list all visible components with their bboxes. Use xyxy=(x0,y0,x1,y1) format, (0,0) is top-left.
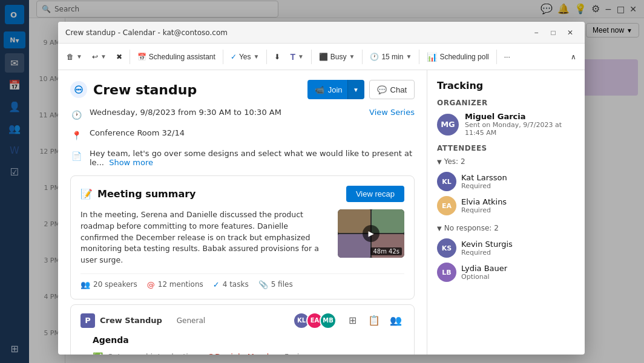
attendees-label: Attendees xyxy=(437,144,575,152)
duration-label: 15 min xyxy=(381,53,403,61)
view-series-link[interactable]: View Series xyxy=(369,108,415,117)
summary-body: In the meeting, Serena and Danielle disc… xyxy=(80,209,404,266)
channel-actions: ⊞ 📋 👥 xyxy=(344,312,404,329)
scheduling-poll-button[interactable]: 📊 Scheduling poll xyxy=(423,47,492,67)
organizer-info: Miguel Garcia Sent on Monday, 9/7/2023 a… xyxy=(465,112,575,137)
modal-close[interactable]: ✕ xyxy=(563,25,577,40)
tasks-stat: ✓ 4 tasks xyxy=(213,280,249,289)
collapse-icon: ∧ xyxy=(571,53,576,61)
event-location: Conference Room 32/14 xyxy=(90,128,415,137)
attendee-lydia-bauer: LB Lydia Bauer Optional xyxy=(437,260,575,284)
attendee-info-lydia: Lydia Bauer Optional xyxy=(461,264,507,281)
attendee-info-kat: Kat Larsson Required xyxy=(461,173,507,190)
event-actions: 📹 Join ▼ 💬 Chat xyxy=(307,80,415,99)
clock-icon: 🕐 xyxy=(370,53,379,61)
join-button[interactable]: 📹 Join xyxy=(307,80,350,99)
chat-button[interactable]: 💬 Chat xyxy=(369,80,415,99)
attendee-name-kat: Kat Larsson xyxy=(461,173,507,182)
channel-name: Crew Standup xyxy=(100,316,162,325)
attendee-role-kat: Required xyxy=(461,182,507,190)
teams-chevron: ▼ xyxy=(298,53,304,60)
play-icon: ▶ xyxy=(363,225,380,242)
attendee-name-lydia: Lydia Bauer xyxy=(461,264,507,273)
undo-icon: ↩ xyxy=(92,53,98,61)
toolbar-separator-6 xyxy=(419,50,419,64)
agenda-check-1: ✅ xyxy=(93,352,103,355)
view-recap-button[interactable]: View recap xyxy=(346,186,404,202)
teams-logo: P xyxy=(80,313,95,328)
chat-label: Chat xyxy=(390,85,407,94)
attendee-info-elvia: Elvia Atkins Required xyxy=(461,197,507,214)
yes-chevron: ▼ xyxy=(253,53,259,60)
mentions-count: 12 mentions xyxy=(158,280,203,289)
files-stat: 📎 5 files xyxy=(258,280,293,289)
scheduling-assistant-button[interactable]: 📅 Scheduling assistant xyxy=(134,47,219,67)
channel-avatars: KL EA MB xyxy=(293,312,337,329)
join-label: Join xyxy=(328,85,343,94)
attendee-role-kevin: Required xyxy=(461,249,513,257)
organizer-avatar: MG xyxy=(437,114,459,136)
busy-button[interactable]: ⬛ Busy ▼ xyxy=(315,47,359,67)
response-button[interactable]: ⬇ xyxy=(271,47,284,67)
event-header: Crew standup 📹 Join ▼ 💬 xyxy=(58,70,427,104)
toolbar-separator-2 xyxy=(223,50,223,64)
tracking-panel: Tracking Organizer MG Miguel Garcia Sent… xyxy=(427,70,585,355)
organizer-name: Miguel Garcia xyxy=(465,112,575,121)
yes-group-label: ▼ Yes: 2 xyxy=(437,157,575,166)
channel-copy-button[interactable]: 📋 xyxy=(366,312,383,329)
svg-point-4 xyxy=(78,89,80,91)
event-datetime: Wednesday, 9/8/2023 from 9:30 AM to 10:3… xyxy=(90,108,362,117)
undo-button[interactable]: ↩ ▼ xyxy=(88,47,110,67)
organizer-sent: Sent on Monday, 9/7/2023 at 11:45 AM xyxy=(465,121,575,137)
join-button-group: 📹 Join ▼ xyxy=(307,80,364,99)
attendee-info-kevin: Kevin Sturgis Required xyxy=(461,240,513,257)
event-body-row: 📄 Hey team, let's go over some designs a… xyxy=(58,145,427,171)
join-dropdown-button[interactable]: ▼ xyxy=(347,80,364,99)
summary-icon: 📝 xyxy=(80,188,93,200)
show-more-link[interactable]: Show more xyxy=(109,158,153,167)
yes-button[interactable]: ✓ Yes ▼ xyxy=(227,47,263,67)
delete-button[interactable]: 🗑 ▼ xyxy=(63,47,86,67)
view-recap-label: View recap xyxy=(356,189,395,198)
no-response-chevron-icon: ▼ xyxy=(437,225,442,232)
busy-chevron: ▼ xyxy=(349,53,355,60)
event-location-row: 📍 Conference Room 32/14 xyxy=(58,125,427,145)
event-body: Hey team, let's go over some designs and… xyxy=(90,149,415,167)
modal-maximize[interactable]: □ xyxy=(546,25,560,40)
channel-header: P Crew Standup General KL EA MB xyxy=(80,312,404,329)
attendee-name-elvia: Elvia Atkins xyxy=(461,197,507,206)
modal-overlay: Crew standup - Calendar - kat@contoso.co… xyxy=(0,0,644,363)
busy-label: Busy xyxy=(330,53,347,61)
channel-people-button[interactable]: 👥 xyxy=(387,312,404,329)
checkmark-icon: ✓ xyxy=(231,53,237,61)
speakers-stat: 👥 20 speakers xyxy=(80,280,137,289)
video-duration: 48m 42s xyxy=(370,247,402,255)
busy-icon: ⬛ xyxy=(319,53,328,61)
meeting-summary-card: 📝 Meeting summary View recap In the meet… xyxy=(70,175,415,299)
attendee-name-kevin: Kevin Sturgis xyxy=(461,240,513,249)
discard-button[interactable]: ✖ xyxy=(113,47,126,67)
collapse-toolbar-button[interactable]: ∧ xyxy=(567,47,580,67)
mentions-icon: @ xyxy=(147,280,155,289)
chat-icon: 💬 xyxy=(377,85,387,94)
attendee-avatar-kat: KL xyxy=(437,172,456,191)
event-datetime-row: 🕐 Wednesday, 9/8/2023 from 9:30 AM to 10… xyxy=(58,104,427,125)
window-controls: − □ ✕ xyxy=(529,25,577,40)
join-video-icon: 📹 xyxy=(315,85,324,94)
organizer-section-label: Organizer xyxy=(437,99,575,107)
more-icon: ··· xyxy=(504,53,510,61)
tasks-icon: ✓ xyxy=(213,280,220,289)
organizer-row: MG Miguel Garcia Sent on Monday, 9/7/202… xyxy=(437,112,575,137)
duration-button[interactable]: 🕐 15 min ▼ xyxy=(366,47,415,67)
channel-grid-button[interactable]: ⊞ xyxy=(344,312,361,329)
teams-icon-button[interactable]: T ▼ xyxy=(286,47,307,67)
mentions-stat: @ 12 mentions xyxy=(147,280,203,289)
summary-video-thumbnail[interactable]: ▶ 48m 42s xyxy=(338,209,404,258)
event-title: Crew standup xyxy=(93,82,197,97)
modal-minimize[interactable]: − xyxy=(529,25,544,40)
location-icon: 📍 xyxy=(70,129,82,142)
more-button[interactable]: ··· xyxy=(501,47,514,67)
attendee-avatar-lydia: LB xyxy=(437,263,456,282)
summary-header: 📝 Meeting summary View recap xyxy=(80,186,404,202)
summary-stats: 👥 20 speakers @ 12 mentions ✓ 4 tasks xyxy=(80,273,404,289)
